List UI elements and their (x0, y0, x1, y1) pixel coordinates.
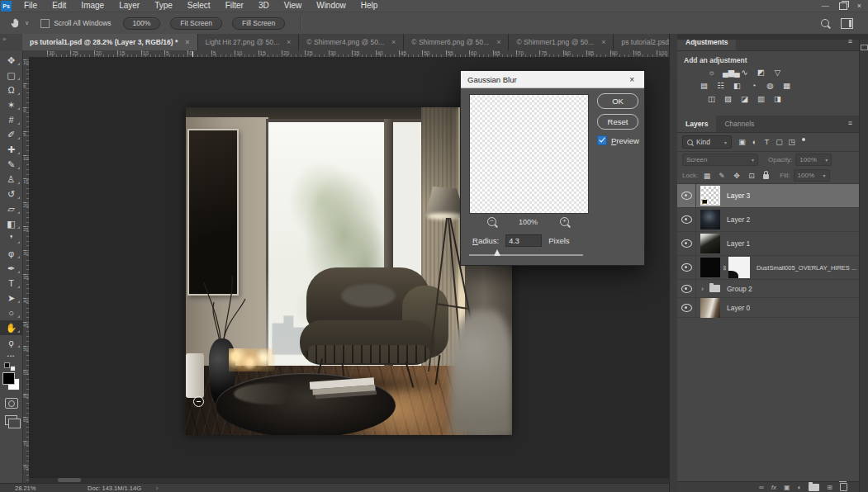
pen-tool[interactable]: ✒ (0, 261, 22, 276)
tab-close-icon[interactable]: × (185, 38, 189, 46)
color-lookup-icon[interactable]: ▦ (781, 81, 792, 91)
lock-all-icon[interactable] (763, 174, 769, 179)
tab-close-icon[interactable]: × (496, 38, 500, 46)
document-tab[interactable]: ps tutorial1.psd @ 28.2% (Layer 3, RGB/1… (22, 34, 198, 50)
fill-screen-button[interactable]: Fill Screen (232, 17, 285, 30)
visibility-toggle[interactable] (677, 232, 696, 255)
curves-icon[interactable]: ∿ (739, 68, 750, 78)
layer-name[interactable]: DustSmall005_OVERLAY_HIRES ... (757, 264, 856, 272)
dodge-tool[interactable]: φ (0, 246, 22, 261)
black-white-icon[interactable]: ◧ (732, 81, 742, 91)
panel-menu-icon[interactable]: ≡ (848, 120, 852, 127)
layer-row[interactable]: › ∞ Layer 0 (677, 298, 859, 318)
visibility-toggle[interactable] (677, 298, 696, 317)
document-tab[interactable]: ps tutorial2.psd @ 33.3... × (614, 34, 669, 50)
ellipse-tool[interactable]: ○ (0, 305, 22, 320)
eraser-tool[interactable]: ▱ (0, 201, 22, 216)
restore-button[interactable] (839, 2, 847, 10)
invert-icon[interactable]: ◫ (706, 94, 717, 104)
fit-screen-button[interactable]: Fit Screen (170, 17, 222, 30)
menu-item[interactable]: Help (353, 0, 386, 12)
path-selection-tool[interactable]: ➤ (0, 291, 22, 305)
blur-preview-area[interactable] (469, 94, 589, 214)
channel-mixer-icon[interactable]: ◍ (765, 81, 776, 91)
layer-row[interactable]: › ∞ Layer 3 (677, 184, 859, 208)
add-layer-mask-icon[interactable]: ▣ (784, 484, 790, 491)
levels-icon[interactable]: ▄▆▄ (723, 68, 733, 78)
clone-stamp-tool[interactable]: ♙ (0, 172, 22, 187)
search-icon[interactable] (821, 19, 829, 27)
zoom-level-field[interactable]: 28.21% (15, 485, 64, 492)
opacity-dropdown[interactable]: 100% ▾ (795, 154, 832, 166)
zoom-in-icon[interactable]: + (560, 217, 569, 226)
brush-tool[interactable]: ✎ (0, 157, 22, 172)
selective-color-icon[interactable]: ◨ (772, 94, 783, 104)
layer-row[interactable]: › ∞ Group 2 (677, 280, 859, 298)
lock-transparent-pixels-icon[interactable]: ▦ (701, 172, 713, 180)
mask-link-icon[interactable]: ∞ (721, 263, 728, 272)
layer-row[interactable]: › ∞ Layer 2 (677, 208, 859, 232)
scroll-all-windows-checkbox[interactable] (40, 19, 50, 28)
blend-mode-dropdown[interactable]: Screen ▾ (682, 154, 758, 166)
filter-type-layers-icon[interactable]: T (761, 138, 772, 146)
layer-thumbnail[interactable] (700, 234, 720, 253)
minimize-button[interactable]: — (822, 2, 829, 10)
radius-slider[interactable] (469, 254, 583, 256)
menu-item[interactable]: Type (147, 0, 180, 12)
photo-filter-icon[interactable]: ◔ (748, 81, 759, 91)
fill-dropdown[interactable]: 100% ▾ (794, 169, 830, 182)
dialog-titlebar[interactable]: Gaussian Blur × (461, 71, 644, 88)
visibility-toggle[interactable] (677, 208, 696, 231)
document-tab[interactable]: © Shimmer4.png @ 50... × (299, 34, 404, 50)
filter-smart-objects-icon[interactable]: ◳ (786, 138, 797, 146)
menu-item[interactable]: Window (309, 0, 353, 12)
menu-item[interactable]: Image (74, 0, 111, 12)
reset-button[interactable]: Reset (597, 114, 638, 130)
link-layers-icon[interactable]: ∞ (759, 484, 764, 491)
layer-name[interactable]: Layer 3 (727, 192, 750, 200)
radius-slider-thumb[interactable] (494, 249, 500, 256)
type-tool[interactable]: T (0, 276, 22, 291)
menu-item[interactable]: File (17, 0, 45, 12)
hand-tool[interactable]: ✋ (0, 320, 22, 335)
layer-row[interactable]: › ∞ DustSmall005_OVERLAY_HIRES ... (677, 256, 859, 280)
tab-close-icon[interactable]: × (601, 38, 605, 46)
crop-tool[interactable]: # (0, 112, 22, 127)
menu-item[interactable]: 3D (251, 0, 277, 12)
move-tool[interactable]: ✥ (0, 53, 22, 68)
preview-checkbox[interactable] (597, 135, 607, 145)
eyedropper-tool[interactable]: ✐ (0, 127, 22, 142)
lock-image-pixels-icon[interactable]: ✎ (716, 172, 728, 180)
visibility-toggle[interactable] (677, 280, 696, 297)
photoshop-logo-icon[interactable]: Ps (1, 1, 12, 12)
vibrance-icon[interactable]: ▽ (772, 68, 783, 78)
document-tab[interactable]: Light Hit 27.png @ 50... × (198, 34, 300, 50)
filter-shape-layers-icon[interactable]: ▢ (774, 138, 785, 146)
close-button[interactable]: × (857, 2, 861, 10)
radius-input[interactable] (505, 234, 542, 247)
rectangular-marquee-tool[interactable]: ▢ (0, 68, 22, 83)
layer-style-icon[interactable]: fx (771, 484, 776, 491)
layer-thumbnail[interactable] (700, 298, 720, 318)
zoom-tool[interactable]: ϙ (0, 335, 22, 350)
layer-name[interactable]: Layer 2 (727, 215, 750, 224)
workspace-switcher-icon[interactable] (841, 18, 853, 29)
ok-button[interactable]: OK (597, 93, 638, 109)
visibility-toggle[interactable] (677, 184, 696, 207)
new-group-icon[interactable] (809, 484, 819, 491)
group-expand-caret[interactable]: › (701, 285, 704, 293)
edit-toolbar-icon[interactable]: ••• (0, 350, 22, 362)
posterize-icon[interactable]: ▨ (723, 94, 733, 104)
filter-toggle-pin-icon[interactable] (802, 138, 805, 141)
tab-layers[interactable]: Layers (677, 116, 716, 132)
blur-tool[interactable]: ❜ (0, 231, 22, 246)
menu-item[interactable]: Select (180, 0, 218, 12)
menu-item[interactable]: Edit (45, 0, 74, 12)
layer-thumbnail[interactable] (700, 210, 720, 229)
document-tab[interactable]: © Shimmer1.png @ 50... × (509, 34, 614, 50)
swap-colors-icon[interactable] (0, 362, 22, 371)
layer-mask-thumbnail[interactable] (728, 257, 750, 278)
kind-filter-dropdown[interactable]: Kind ▾ (682, 135, 732, 149)
status-chevron-icon[interactable]: › (156, 485, 159, 492)
layer-thumbnail[interactable] (700, 258, 720, 277)
